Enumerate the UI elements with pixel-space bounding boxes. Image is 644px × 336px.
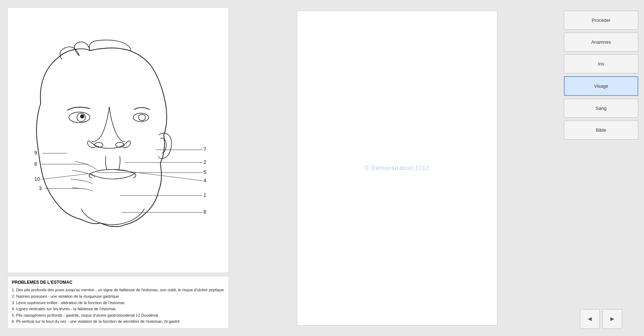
svg-line-10: [113, 169, 203, 180]
description-text: 1. Des plis profonds des joues jusqu'au …: [12, 287, 224, 325]
svg-text:9: 9: [34, 150, 37, 156]
nav-btn-procéder[interactable]: Procéder: [564, 11, 638, 30]
svg-text:8: 8: [204, 209, 206, 215]
svg-text:5: 5: [204, 170, 206, 175]
svg-text:7: 7: [204, 147, 206, 152]
svg-text:2: 2: [204, 160, 206, 165]
description-card: PROBLEMES DE L'ESTOMAC 1. Des plis profo…: [7, 276, 229, 329]
svg-text:1: 1: [204, 193, 206, 198]
description-line: 5. Plis nasogéniens profonds - gastrite,…: [12, 312, 224, 319]
description-line: 4. Lignes verticales sur les lèvres - la…: [12, 306, 224, 312]
description-title: PROBLEMES DE L'ESTOMAC: [12, 280, 224, 285]
nav-btn-bible[interactable]: Bible: [564, 121, 638, 140]
middle-panel: © Démonstration 1112: [236, 0, 558, 336]
right-sidebar: ProcéderAnamnesIrisVisageSangBible ◄ ►: [558, 0, 644, 336]
nav-btn-sang[interactable]: Sang: [564, 99, 638, 118]
nav-btn-visage[interactable]: Visage: [564, 76, 638, 96]
pagination-row: ◄ ►: [564, 298, 638, 329]
svg-text:10: 10: [34, 176, 40, 182]
diagram-card: 7 2 5 4 1 8 9 6 10 3: [7, 7, 229, 273]
svg-line-15: [42, 174, 88, 179]
nav-buttons: ProcéderAnamnesIrisVisageSangBible: [564, 11, 638, 140]
svg-point-4: [138, 114, 146, 121]
watermark-text: © Démonstration 1112: [365, 165, 429, 171]
nav-btn-anamnes[interactable]: Anamnes: [564, 33, 638, 52]
description-line: 1. Des plis profonds des joues jusqu'au …: [12, 287, 224, 293]
center-content-box: © Démonstration 1112: [297, 11, 497, 326]
svg-point-2: [80, 115, 84, 118]
left-panel: 7 2 5 4 1 8 9 6 10 3 PROBLEMES DE L'ESTO…: [0, 0, 236, 336]
svg-text:6: 6: [34, 161, 37, 166]
next-button[interactable]: ►: [602, 309, 622, 329]
description-line: 6. Pli vertical sur le bout du nez - une…: [12, 318, 224, 325]
description-line: 3. Lèvre supérieure enflée - altération …: [12, 300, 224, 306]
nav-btn-iris[interactable]: Iris: [564, 54, 638, 73]
description-line: 2. Narines poreuses - une violation de l…: [12, 293, 224, 300]
svg-text:3: 3: [39, 185, 42, 191]
svg-text:4: 4: [204, 178, 206, 183]
prev-button[interactable]: ◄: [580, 309, 600, 329]
face-diagram: 7 2 5 4 1 8 9 6 10 3: [13, 36, 224, 244]
